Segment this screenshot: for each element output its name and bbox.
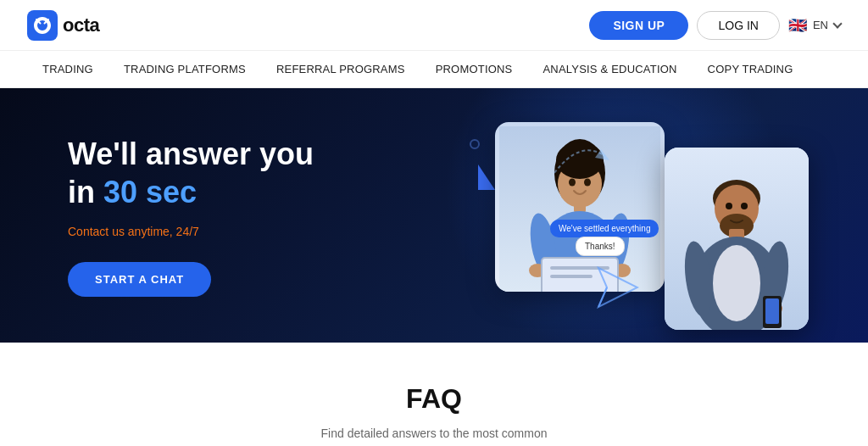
triangle-left-icon: [478, 164, 495, 190]
dot-circle-1: [470, 139, 480, 149]
logo-text: octa: [63, 14, 99, 36]
hero-content: We'll answer you in 30 sec Contact us an…: [68, 135, 314, 297]
login-button[interactable]: LOG IN: [697, 11, 779, 40]
nav-item-referral-programs[interactable]: REFERRAL PROGRAMS: [261, 51, 420, 88]
paper-plane-icon: [597, 266, 639, 309]
hero-title-line1: We'll answer you: [68, 137, 314, 171]
lang-label: EN: [813, 19, 828, 31]
man-chat-card: [665, 148, 809, 330]
svg-marker-31: [598, 268, 637, 307]
main-nav: TRADING TRADING PLATFORMS REFERRAL PROGR…: [0, 51, 868, 88]
svg-rect-28: [765, 298, 779, 324]
nav-item-promotions[interactable]: PROMOTIONS: [420, 51, 528, 88]
start-chat-button[interactable]: START A CHAT: [68, 262, 211, 297]
faq-section: FAQ Find detailed answers to the most co…: [0, 343, 868, 446]
chevron-down-icon: [832, 19, 842, 28]
svg-point-29: [726, 203, 732, 209]
header: octa SIGN UP LOG IN 🇬🇧 EN: [0, 0, 868, 51]
svg-rect-0: [27, 10, 58, 41]
man-figure: [665, 148, 809, 330]
svg-point-23: [713, 245, 760, 321]
hero-title-line2-prefix: in: [68, 175, 103, 209]
nav-item-trading-platforms[interactable]: TRADING PLATFORMS: [108, 51, 261, 88]
nav-item-trading[interactable]: TRADING: [27, 51, 108, 88]
hero-subtitle: Contact us anytime, 24/7: [68, 225, 314, 238]
faq-description: Find detailed answers to the most common…: [27, 425, 841, 446]
logo[interactable]: octa: [27, 10, 99, 41]
signup-button[interactable]: SIGN UP: [589, 11, 688, 40]
hero-section: We'll answer you in 30 sec Contact us an…: [0, 88, 868, 343]
faq-title: FAQ: [27, 383, 841, 415]
speech-bubble-settled: We've settled everything: [550, 220, 659, 237]
dashed-arrow-icon: [546, 131, 614, 181]
language-selector[interactable]: 🇬🇧 EN: [788, 16, 841, 35]
header-actions: SIGN UP LOG IN 🇬🇧 EN: [589, 11, 841, 40]
svg-point-30: [741, 203, 748, 209]
svg-marker-33: [595, 149, 609, 160]
svg-rect-14: [550, 275, 593, 278]
nav-item-copy-trading[interactable]: COPY TRADING: [693, 51, 809, 88]
hero-title-highlight: 30 sec: [103, 175, 197, 209]
speech-bubble-thanks: Thanks!: [576, 237, 625, 256]
hero-title: We'll answer you in 30 sec: [68, 135, 314, 211]
flag-icon: 🇬🇧: [788, 16, 807, 35]
nav-item-analysis-education[interactable]: ANALYSIS & EDUCATION: [528, 51, 693, 88]
octa-logo-icon: [27, 10, 58, 41]
hero-visual: We've settled everything Thanks!: [427, 105, 817, 334]
